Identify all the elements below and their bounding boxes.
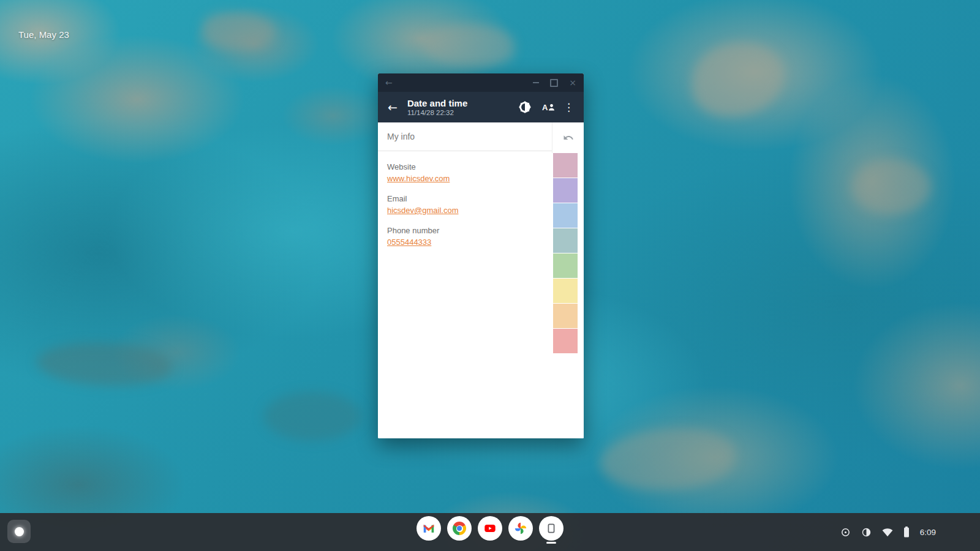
phone-link[interactable]: 0555444333 [387, 236, 431, 248]
desktop-date: Tue, May 23 [18, 29, 69, 40]
undo-button[interactable] [552, 122, 584, 153]
color-swatch[interactable] [553, 153, 578, 178]
color-swatch[interactable] [553, 203, 578, 228]
note-content: My info Website www.hicsdev.com Email hi… [378, 122, 584, 438]
window-caption-bar[interactable]: ← × [378, 73, 584, 92]
note-color-palette [552, 153, 584, 354]
text-size-icon[interactable]: A [541, 100, 556, 114]
note-entry: Phone number 0555444333 [387, 225, 543, 248]
svg-text:A: A [542, 103, 548, 112]
clock: 6:09 [920, 528, 936, 537]
note-entry: Website www.hicsdev.com [387, 161, 543, 184]
back-arrow-icon[interactable]: ← [388, 102, 398, 113]
toolbar-actions: A ⋮ [517, 99, 574, 115]
color-swatch[interactable] [553, 178, 578, 203]
window-controls: × [533, 78, 576, 87]
note-entry-label: Email [387, 193, 543, 204]
reef-patch [600, 429, 735, 490]
undo-icon [563, 132, 574, 143]
app-toolbar: ← Date and time 11/14/28 22:32 A [378, 92, 584, 122]
reef-patch [202, 12, 276, 49]
note-entry-label: Phone number [387, 225, 543, 236]
note-body-editor[interactable]: Website www.hicsdev.com Email hicsdev@gm… [378, 151, 552, 438]
maximize-icon[interactable] [550, 79, 558, 87]
overflow-menu-icon[interactable]: ⋮ [564, 102, 574, 113]
website-link[interactable]: www.hicsdev.com [387, 173, 450, 184]
display-contrast-icon[interactable] [517, 99, 533, 115]
color-swatch[interactable] [553, 329, 578, 353]
system-tray[interactable]: 6:09 [840, 513, 936, 551]
gmail-app-button[interactable] [417, 516, 441, 541]
gmail-icon [422, 522, 435, 535]
reef-patch [423, 24, 514, 67]
minimize-icon[interactable] [533, 82, 539, 83]
google-photos-app-button[interactable] [508, 516, 533, 541]
youtube-app-button[interactable] [478, 516, 502, 541]
window-back-icon[interactable]: ← [385, 78, 393, 87]
reef-patch [37, 343, 172, 386]
launcher-icon [15, 527, 24, 536]
app-window: ← × ← Date and time 11/14/28 22:32 [378, 73, 584, 438]
note-entry: Email hicsdev@gmail.com [387, 193, 543, 216]
youtube-icon [483, 522, 497, 535]
contrast-icon [861, 527, 872, 538]
color-swatch[interactable] [553, 228, 578, 253]
note-datetime: 11/14/28 22:32 [407, 108, 467, 117]
color-swatch[interactable] [553, 304, 578, 328]
active-app-indicator [546, 542, 556, 544]
app-title-block: Date and time 11/14/28 22:32 [407, 98, 467, 117]
shelf: 6:09 [0, 513, 980, 551]
dial-icon [840, 527, 851, 538]
reef-patch [692, 43, 784, 116]
wifi-icon [882, 527, 893, 537]
battery-icon [903, 527, 910, 538]
reef-patch [263, 392, 361, 441]
close-icon[interactable]: × [569, 78, 576, 87]
note-title-input[interactable]: My info [378, 122, 552, 151]
shelf-apps [417, 516, 564, 541]
reef-patch [851, 159, 931, 214]
notes-app-button[interactable] [539, 516, 564, 541]
notes-icon [545, 522, 557, 534]
color-swatch[interactable] [553, 279, 578, 303]
color-swatch[interactable] [553, 253, 578, 278]
chrome-app-button[interactable] [447, 516, 472, 541]
app-title: Date and time [407, 98, 467, 108]
email-link[interactable]: hicsdev@gmail.com [387, 204, 459, 216]
launcher-button[interactable] [7, 520, 31, 543]
chrome-icon [453, 522, 466, 535]
note-entry-label: Website [387, 161, 543, 173]
note-main-column: My info Website www.hicsdev.com Email hi… [378, 122, 552, 438]
google-photos-icon [514, 522, 527, 535]
color-rail [552, 122, 584, 438]
